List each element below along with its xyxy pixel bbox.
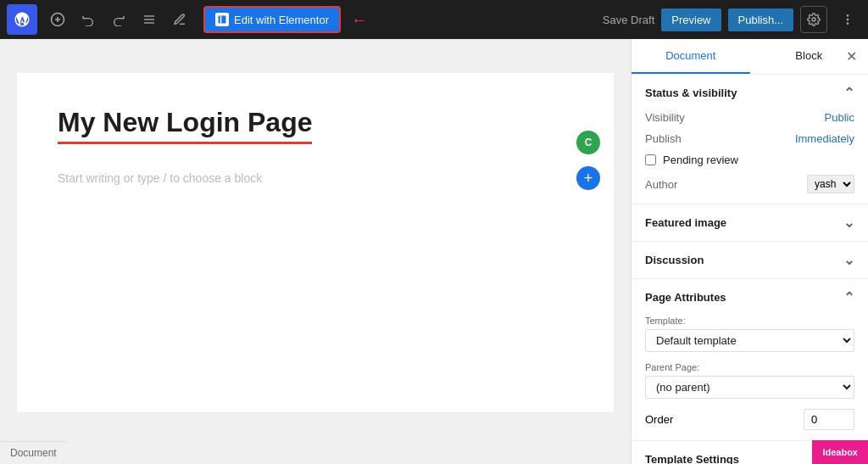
publish-button[interactable]: Publish... [728, 8, 793, 31]
add-block-button[interactable] [44, 6, 71, 33]
add-block-float-button[interactable]: + [576, 166, 600, 190]
undo-icon [81, 13, 95, 26]
featured-image-chevron-icon: ⌄ [843, 215, 854, 231]
section-page-attributes: Page Attributes ⌃ Template: Default temp… [632, 279, 868, 441]
author-avatar: C [576, 131, 600, 154]
status-visibility-header[interactable]: Status & visibility ⌃ [645, 85, 854, 101]
sidebar-header: Document Block ✕ [632, 39, 868, 75]
block-list-button[interactable] [136, 6, 163, 33]
featured-image-header[interactable]: Featured image ⌄ [645, 215, 854, 231]
red-arrow-indicator: ← [351, 10, 368, 30]
section-featured-image: Featured image ⌄ [632, 204, 868, 242]
template-settings-title: Template Settings [645, 453, 739, 464]
section-status-visibility: Status & visibility ⌃ Visibility Public … [632, 75, 868, 204]
order-input[interactable] [804, 409, 854, 430]
toolbar-right-actions: Save Draft Preview Publish... [603, 6, 861, 33]
tools-button[interactable] [166, 6, 193, 33]
svg-point-9 [847, 15, 848, 16]
parent-page-label: Parent Page: [645, 362, 854, 372]
wordpress-logo[interactable] [7, 4, 37, 35]
redo-icon [112, 13, 125, 26]
order-label: Order [645, 413, 673, 426]
pending-review-row: Pending review [645, 154, 854, 166]
svg-point-11 [847, 23, 848, 24]
list-icon [142, 13, 156, 26]
status-chevron-icon: ⌃ [843, 85, 854, 101]
template-select[interactable]: Default template [645, 329, 854, 352]
author-label: Author [645, 178, 677, 191]
author-row: Author yash [645, 175, 854, 193]
parent-page-field: Parent Page: (no parent) [645, 362, 854, 399]
parent-page-select[interactable]: (no parent) [645, 376, 854, 399]
page-content: My New Login Page Start writing or type … [17, 73, 614, 412]
main-layout: My New Login Page Start writing or type … [0, 39, 868, 464]
section-discussion: Discussion ⌄ [632, 242, 868, 279]
sidebar-close-button[interactable]: ✕ [841, 47, 861, 67]
page-attributes-header[interactable]: Page Attributes ⌃ [645, 289, 854, 305]
edit-elementor-label: Edit with Elementor [234, 14, 329, 26]
visibility-value[interactable]: Public [825, 111, 854, 124]
svg-rect-6 [219, 16, 226, 24]
redo-button[interactable] [105, 6, 132, 33]
tools-icon [173, 13, 186, 26]
plus-circle-icon [50, 12, 65, 27]
publish-time-value[interactable]: Immediately [795, 132, 854, 145]
toolbar: Edit with Elementor ← Save Draft Preview… [0, 0, 868, 39]
edit-elementor-button[interactable]: Edit with Elementor [203, 6, 341, 33]
discussion-header[interactable]: Discussion ⌄ [645, 252, 854, 268]
pending-review-label: Pending review [663, 154, 738, 166]
more-icon [841, 13, 854, 26]
gear-icon [807, 13, 821, 26]
author-select[interactable]: yash [807, 175, 854, 193]
page-title[interactable]: My New Login Page [58, 107, 312, 144]
sidebar: Document Block ✕ Status & visibility ⌃ V… [631, 39, 868, 464]
ideabox-button[interactable]: Ideabox [812, 440, 868, 464]
elementor-icon [215, 13, 229, 26]
publish-label-sidebar: Publish [645, 132, 682, 145]
status-bar-text: Document [10, 447, 57, 459]
wp-logo-icon [14, 11, 31, 28]
discussion-title: Discussion [645, 254, 704, 266]
tab-document[interactable]: Document [632, 39, 750, 74]
visibility-label: Visibility [645, 111, 685, 124]
svg-point-10 [847, 19, 848, 20]
settings-button[interactable] [800, 6, 827, 33]
editor-area: My New Login Page Start writing or type … [0, 39, 631, 464]
template-label: Template: [645, 316, 854, 326]
undo-button[interactable] [75, 6, 102, 33]
visibility-row: Visibility Public [645, 111, 854, 124]
page-attributes-title: Page Attributes [645, 291, 726, 304]
status-section-title: Status & visibility [645, 87, 737, 99]
preview-button[interactable]: Preview [661, 8, 721, 31]
pending-review-checkbox[interactable] [645, 154, 656, 165]
more-options-button[interactable] [834, 6, 861, 33]
template-field: Template: Default template [645, 316, 854, 352]
status-bar: Document [0, 441, 67, 464]
discussion-chevron-icon: ⌄ [843, 252, 854, 268]
featured-image-title: Featured image [645, 216, 726, 229]
order-row: Order [645, 409, 854, 430]
block-placeholder[interactable]: Start writing or type / to choose a bloc… [58, 165, 573, 192]
page-attributes-chevron-icon: ⌃ [843, 289, 854, 305]
svg-point-8 [812, 18, 815, 21]
save-draft-button[interactable]: Save Draft [603, 14, 654, 26]
publish-label: Publish... [738, 14, 783, 26]
publish-row: Publish Immediately [645, 132, 854, 145]
